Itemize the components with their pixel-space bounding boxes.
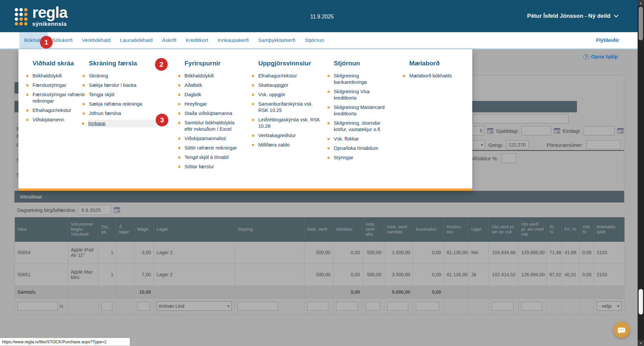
menu-column-0: Viðhald skráa BókhaldslykillFærslustýrin… — [33, 60, 90, 126]
menu-item[interactable]: Jöfnun færslna — [89, 110, 156, 117]
menu-column-5: Mælaborð Mælaborð bókhalds — [409, 60, 470, 82]
menu-item[interactable]: Vsk. uppgjör — [258, 92, 320, 98]
step-badge-2: 2 — [155, 58, 168, 71]
menu-column-title: Mælaborð — [409, 60, 470, 67]
menu-item[interactable]: Sóttar færslur — [184, 164, 242, 170]
menu-column-title: Viðhald skráa — [33, 60, 90, 67]
menu-column-4: Stjórnun Skilgreining bankareikningaSkil… — [334, 60, 392, 164]
chat-bubble-icon — [618, 328, 625, 333]
menu-item[interactable]: Skattauppgjör — [258, 82, 320, 89]
menu-item[interactable]: Staða viðskiptamanna — [184, 110, 242, 117]
chevron-down-icon — [614, 13, 619, 17]
menu-item[interactable]: Aðalbók — [184, 82, 242, 89]
menu-column-title: Uppgjörsvinnslur — [258, 60, 320, 67]
nav-item-3[interactable]: Launabókhald — [115, 32, 157, 48]
menu-item[interactable]: Tengja skjöl — [89, 92, 156, 98]
menu-item[interactable]: Dagbók — [184, 92, 242, 98]
menu-item[interactable]: Sækja færslur í banka — [89, 82, 156, 89]
user-menu[interactable]: Pétur Ísfeld Jónsson - Ný deild — [527, 13, 618, 19]
menu-item[interactable]: Bókhaldslykill — [184, 73, 242, 79]
menu-item[interactable]: Efnahagur/rekstur — [33, 107, 90, 114]
menu-item[interactable]: Samtölur bókhaldslykla eftir mánuðum í E… — [184, 120, 242, 132]
menu-item[interactable]: Innkaup — [88, 120, 156, 127]
step-badge-1: 1 — [40, 36, 53, 49]
menu-item[interactable]: Tengd skjöl á tímabil — [184, 154, 242, 161]
menu-item[interactable]: Millifæra saldo — [258, 142, 320, 148]
chat-button[interactable] — [613, 322, 630, 338]
open-help-link[interactable]: ? Opna hjálp — [583, 54, 618, 60]
menu-item[interactable]: Skilgreining Visa kreditkorta — [334, 89, 392, 101]
menu-column-title: Stjórnun — [334, 60, 392, 67]
menu-item[interactable]: Opna/loka tímabilum — [334, 145, 392, 152]
nav-item-6[interactable]: Innkaupakerfi — [213, 32, 253, 48]
scroll-up-icon[interactable]: ▲ — [638, 0, 644, 6]
step-badge-3: 3 — [156, 114, 168, 126]
menu-item[interactable]: Stýringar — [334, 155, 392, 161]
nav-item-7[interactable]: Samþykktarkerfi — [254, 32, 300, 48]
menu-item[interactable]: Samanburðarskýrsla vsk. RSK 10.25 — [258, 101, 320, 114]
menu-column-2: Fyrirspurnir BókhaldslykillAðalbókDagbók… — [184, 60, 242, 173]
main-nav: BókhaldSölukerfiVerkbókhaldLaunabókhaldÁ… — [0, 32, 644, 49]
bokhald-mega-menu: Viðhald skráa BókhaldslykillFærslustýrin… — [18, 49, 472, 191]
nav-item-flytileidir[interactable]: Flýtileiðir — [596, 37, 619, 43]
menu-item[interactable]: Skilgreining bankareikninga — [334, 73, 392, 85]
help-icon: ? — [583, 54, 589, 60]
menu-item[interactable]: Sækja rafræna reikninga — [89, 101, 156, 107]
menu-item[interactable]: Skráning — [89, 73, 156, 79]
menu-item[interactable]: Leiðréttingaskýrsla vsk. RSK 10.26 — [258, 117, 320, 129]
menu-item[interactable]: Sóttir rafrænir reikningar — [184, 145, 242, 151]
menu-column-1: Skráning færsla SkráningSækja færslur í … — [89, 60, 156, 130]
nav-item-8[interactable]: Stjórnun — [300, 32, 329, 48]
menu-item[interactable]: Skilgreining Mastercard kreditkorta — [334, 104, 392, 117]
menu-item[interactable]: Bókhaldslykill — [33, 73, 90, 79]
menu-item[interactable]: Verktakagreiðslur — [258, 132, 320, 139]
scrollbar-handle[interactable] — [639, 289, 643, 314]
menu-item[interactable]: Skilgreining, útsendar kröfur, vaxtatekj… — [334, 120, 392, 133]
user-name: Pétur Ísfeld Jónsson - Ný deild — [527, 13, 610, 19]
menu-column-title: Skráning færsla — [89, 60, 156, 67]
page-scrollbar[interactable]: ▲ ▼ — [638, 0, 644, 346]
nav-item-5[interactable]: Kreditkort — [181, 32, 213, 48]
nav-item-2[interactable]: Verkbókhald — [77, 32, 115, 48]
app-header: regla sýnikennsla 11.9.2025 Pétur Ísfeld… — [0, 0, 644, 32]
menu-column-title: Fyrirspurnir — [184, 60, 242, 67]
nav-item-4[interactable]: Áskrift — [157, 32, 181, 48]
menu-item[interactable]: Vsk. flokkar — [334, 136, 392, 142]
menu-item[interactable]: Viðskiptamenn — [33, 117, 90, 123]
menu-item[interactable]: Hreyfingar — [184, 101, 242, 107]
scrollbar-thumb[interactable] — [639, 7, 643, 40]
menu-item[interactable]: Færslustýringar rafrænir reikningar — [33, 92, 90, 104]
app-screen: regla sýnikennsla 11.9.2025 Pétur Ísfeld… — [0, 0, 644, 346]
menu-item[interactable]: Færslustýringar — [33, 82, 90, 89]
status-bar-url: https://www.regla.is/fibs/STOCK/Purchase… — [0, 338, 130, 346]
scroll-down-icon[interactable]: ▼ — [638, 340, 644, 346]
logo-subtitle: sýnikennsla — [32, 21, 67, 27]
menu-item[interactable]: Efnahagur/rekstur — [258, 73, 320, 79]
menu-column-3: Uppgjörsvinnslur Efnahagur/reksturSkatta… — [258, 60, 320, 151]
menu-item[interactable]: Viðskiptamannalisti — [184, 135, 242, 142]
menu-item[interactable]: Mælaborð bókhalds — [409, 73, 470, 79]
